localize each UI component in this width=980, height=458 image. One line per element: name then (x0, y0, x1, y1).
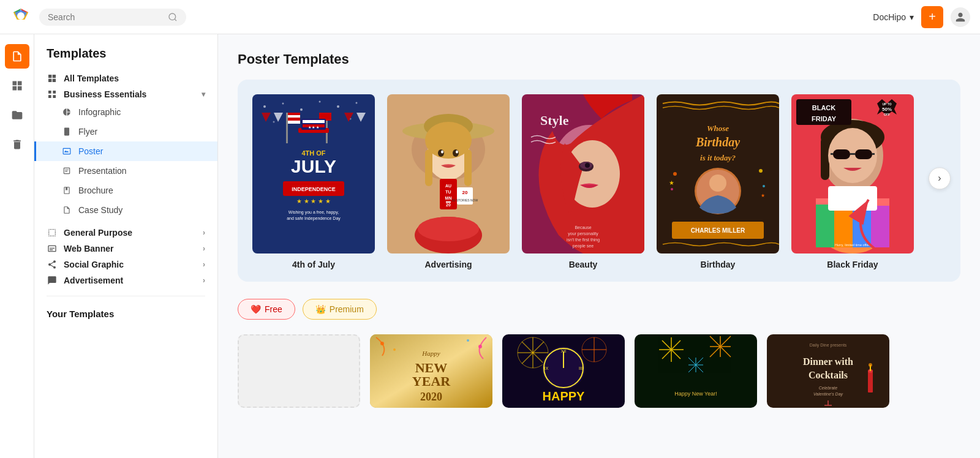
infographic-icon (61, 107, 72, 118)
svg-rect-91 (833, 149, 850, 159)
poster-icon (61, 146, 72, 157)
dochipo-menu[interactable]: DocHipo ▾ (873, 12, 914, 22)
svg-text:TU: TU (445, 190, 451, 194)
template-card-empty[interactable] (238, 334, 360, 408)
svg-line-3 (175, 19, 176, 21)
svg-rect-44 (464, 149, 472, 186)
premium-label: Premium (330, 304, 364, 314)
svg-text:Because: Because (575, 225, 591, 230)
general-purpose-label: General Purpose (64, 228, 132, 238)
sidebar-item-social-graphic[interactable]: Social Graphic › (34, 257, 217, 272)
svg-rect-13 (286, 113, 288, 143)
sidebar-item-business-essentials[interactable]: Business Essentials ▾ (34, 86, 217, 102)
svg-point-46 (453, 149, 459, 157)
sidebar-item-advertisement[interactable]: Advertisement › (34, 272, 217, 288)
carousel-next-button[interactable]: › (929, 167, 951, 189)
advertisement-chevron: › (203, 276, 205, 285)
filter-tab-premium[interactable]: 👑 Premium (303, 299, 377, 320)
user-avatar[interactable] (951, 7, 970, 27)
sidebar-item-case-study[interactable]: Case Study (34, 200, 217, 220)
svg-text:Dinner with: Dinner with (803, 356, 853, 367)
chevron-icon: ▾ (910, 12, 914, 22)
svg-point-65 (585, 163, 590, 168)
carousel-label-blackfriday: Black Friday (827, 260, 878, 269)
carousel-item-birthday[interactable]: Whose Birthday is it today? (657, 94, 779, 269)
infographic-label: Infographic (78, 107, 121, 117)
svg-rect-93 (850, 153, 855, 155)
template-card-fireworks[interactable]: Happy New Year! (635, 334, 757, 408)
carousel-label-july: 4th of July (292, 260, 335, 269)
svg-text:is it today?: is it today? (700, 153, 736, 162)
svg-point-116 (467, 339, 469, 342)
add-button[interactable]: + (921, 6, 943, 28)
search-box[interactable] (39, 9, 186, 26)
svg-text:2020: 2020 (420, 391, 442, 403)
iconbar-templates[interactable] (5, 73, 29, 98)
sidebar-item-brochure[interactable]: Brochure (34, 181, 217, 200)
search-input[interactable] (48, 12, 163, 22)
svg-rect-98 (816, 205, 834, 247)
carousel-item-beauty[interactable]: Style Because your personality isn't the… (522, 94, 644, 269)
svg-text:Daily Dine presents: Daily Dine presents (810, 343, 847, 348)
poster-card-advertising[interactable]: AU TU MN 20 20 20 STORIES NOW (387, 94, 510, 253)
topnav: DocHipo ▾ + (0, 0, 980, 34)
sidebar-item-general-purpose[interactable]: General Purpose › (34, 225, 217, 241)
template-grid: Happy NEW YEAR 2020 (238, 334, 960, 408)
sidebar-item-all-templates[interactable]: All Templates (34, 70, 217, 86)
svg-text:20 STORIES NOW: 20 STORIES NOW (452, 198, 478, 202)
poster-card-beauty[interactable]: Style Because your personality isn't the… (522, 94, 644, 253)
sidebar: Templates All Templates Business Essenti… (34, 34, 218, 458)
carousel-item-advertising[interactable]: AU TU MN 20 20 20 STORIES NOW (387, 94, 510, 269)
svg-point-59 (418, 217, 479, 241)
sidebar-your-templates-label: Your Templates (34, 304, 217, 324)
iconbar-documents[interactable] (5, 44, 29, 69)
presentation-icon (61, 165, 72, 176)
svg-point-9 (337, 105, 339, 108)
svg-point-48 (456, 151, 458, 154)
carousel-container: ★ ★ ★ 4TH OF JULY INDEPENDENCE ★ ★ ★ ★ ★… (238, 80, 960, 282)
svg-text:Birthday: Birthday (695, 135, 740, 149)
sidebar-item-poster[interactable]: Poster (34, 141, 217, 161)
sidebar-item-presentation[interactable]: Presentation (34, 161, 217, 181)
sidebar-item-web-banner[interactable]: Web Banner › (34, 241, 217, 257)
svg-text:Celebrate: Celebrate (819, 386, 837, 390)
svg-text:OFF: OFF (884, 113, 890, 116)
svg-rect-89 (821, 137, 829, 180)
poster-label: Poster (78, 146, 103, 156)
iconbar-files[interactable] (5, 103, 29, 127)
svg-rect-95 (872, 153, 875, 155)
presentation-label: Presentation (78, 166, 127, 176)
poster-card-july[interactable]: ★ ★ ★ 4TH OF JULY INDEPENDENCE ★ ★ ★ ★ ★… (252, 94, 375, 253)
logo[interactable] (10, 5, 32, 29)
svg-text:Wishing you a free, happy,: Wishing you a free, happy, (288, 210, 339, 215)
flyer-icon (61, 126, 72, 137)
all-templates-icon (47, 73, 58, 84)
carousel-item-july[interactable]: ★ ★ ★ 4TH OF JULY INDEPENDENCE ★ ★ ★ ★ ★… (252, 94, 375, 269)
template-card-newyear[interactable]: Happy NEW YEAR 2020 (370, 334, 492, 408)
brochure-label: Brochure (78, 186, 113, 195)
svg-rect-43 (425, 149, 432, 186)
advertisement-label: Advertisement (64, 276, 123, 285)
svg-text:CHARLES MILLER: CHARLES MILLER (691, 227, 745, 234)
svg-point-8 (319, 101, 321, 103)
svg-point-80 (671, 188, 673, 190)
template-card-happy[interactable]: XII III IX HAPPY (502, 334, 625, 408)
svg-text:50%: 50% (882, 107, 892, 112)
sidebar-item-flyer[interactable]: Flyer (34, 122, 217, 141)
poster-card-birthday[interactable]: Whose Birthday is it today? (657, 94, 779, 253)
advertisement-icon (47, 275, 58, 286)
svg-text:people see: people see (573, 244, 594, 249)
sidebar-item-infographic[interactable]: Infographic (34, 102, 217, 122)
svg-text:and safe Independence Day: and safe Independence Day (287, 216, 341, 221)
brand-name: DocHipo (873, 12, 906, 22)
free-icon: ❤️ (251, 304, 261, 314)
social-graphic-chevron: › (203, 260, 205, 269)
svg-text:★ ★ ★: ★ ★ ★ (308, 126, 319, 129)
topnav-right: DocHipo ▾ + (873, 6, 970, 28)
filter-tab-free[interactable]: ❤️ Free (238, 299, 295, 320)
iconbar-trash[interactable] (5, 132, 29, 157)
svg-point-7 (300, 108, 303, 111)
template-card-dinner[interactable]: Daily Dine presents Dinner with Cocktail… (767, 334, 889, 408)
svg-text:Cocktails: Cocktails (809, 370, 848, 380)
svg-point-81 (763, 185, 765, 187)
